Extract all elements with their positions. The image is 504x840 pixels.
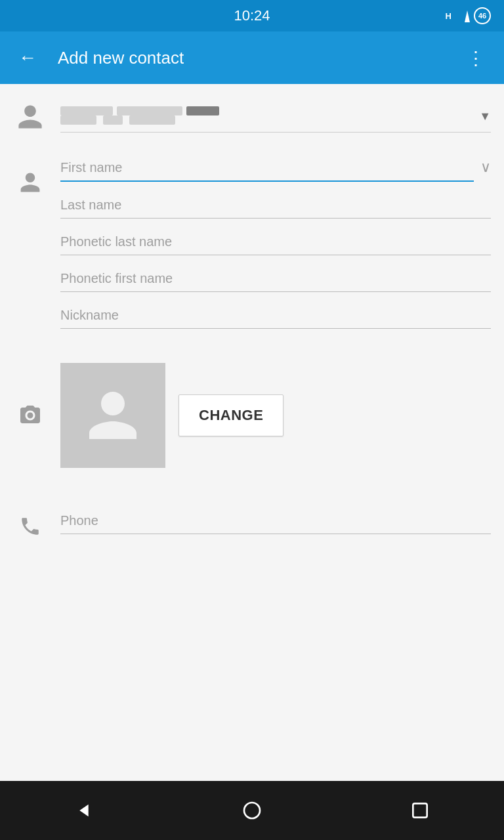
- phonetic-last-name-input[interactable]: [60, 226, 491, 255]
- person-icon: [16, 102, 45, 131]
- account-selector-content: [60, 106, 472, 127]
- account-avatar-icon: [13, 100, 47, 134]
- name-expand-icon[interactable]: ∨: [474, 159, 491, 176]
- phone-input[interactable]: [60, 505, 491, 534]
- bottom-spacer: [0, 537, 504, 564]
- svg-marker-1: [79, 805, 88, 817]
- account-selector-row: ▼: [0, 84, 504, 147]
- name-fields-row: ∨: [0, 147, 504, 226]
- blurred-sub1: [60, 116, 96, 125]
- nav-recents-button[interactable]: [390, 793, 450, 828]
- account-line1: [60, 106, 472, 116]
- app-bar: ← Add new contact ⋮: [0, 32, 504, 84]
- first-name-wrapper: ∨: [60, 152, 491, 182]
- nickname-section: [0, 300, 504, 329]
- nav-home-icon: [242, 800, 262, 821]
- first-name-input[interactable]: [60, 152, 474, 182]
- blurred-sub3: [129, 116, 175, 125]
- bottom-navigation: [0, 781, 504, 840]
- spacer2: [0, 484, 504, 494]
- battery-indicator: 46: [474, 7, 491, 24]
- camera-icon: [18, 404, 42, 427]
- account-dropdown[interactable]: ▼: [60, 101, 491, 133]
- blurred-account-name: [60, 106, 113, 116]
- photo-person-icon: [83, 386, 142, 445]
- name-fields: ∨: [60, 152, 491, 226]
- svg-marker-0: [465, 10, 470, 22]
- nav-back-icon: [74, 800, 94, 821]
- nav-recents-icon: [410, 800, 430, 821]
- phonetic-first-name-input[interactable]: [60, 263, 491, 292]
- overflow-menu-button[interactable]: ⋮: [461, 42, 491, 74]
- phonetic-first-name-section: [0, 263, 504, 292]
- nickname-input[interactable]: [60, 300, 491, 329]
- blurred-sub2: [103, 116, 123, 125]
- spacer1: [0, 337, 504, 347]
- phonetic-last-name-section: [0, 226, 504, 255]
- svg-rect-3: [413, 803, 427, 817]
- blurred-account-name3: [186, 106, 219, 116]
- status-bar: 10:24 H 46: [0, 0, 504, 32]
- account-line2: [60, 116, 472, 127]
- nav-home-button[interactable]: [222, 793, 282, 828]
- content-area: ▼ ∨: [0, 84, 504, 781]
- photo-section: CHANGE: [0, 347, 504, 484]
- contact-photo-placeholder: [60, 363, 165, 468]
- phone-icon: [19, 515, 41, 537]
- camera-icon-wrap: [13, 404, 47, 427]
- svg-point-2: [244, 803, 260, 818]
- chevron-down-icon[interactable]: ▼: [479, 110, 491, 123]
- blurred-account-name2: [117, 106, 182, 116]
- person-field-icon: [13, 152, 47, 194]
- status-time: 10:24: [234, 7, 270, 24]
- last-name-wrapper: [60, 190, 491, 219]
- nav-back-button[interactable]: [54, 793, 114, 828]
- contact-person-icon: [18, 171, 42, 194]
- phone-icon-wrap: [13, 502, 47, 537]
- page-title: Add new contact: [58, 48, 446, 68]
- network-type-label: H: [446, 11, 452, 21]
- signal-icon: [455, 9, 470, 22]
- last-name-input[interactable]: [60, 190, 491, 219]
- change-photo-button[interactable]: CHANGE: [178, 394, 284, 436]
- phone-section: [0, 502, 504, 537]
- status-icons: H 46: [446, 7, 491, 24]
- back-button[interactable]: ←: [13, 42, 42, 74]
